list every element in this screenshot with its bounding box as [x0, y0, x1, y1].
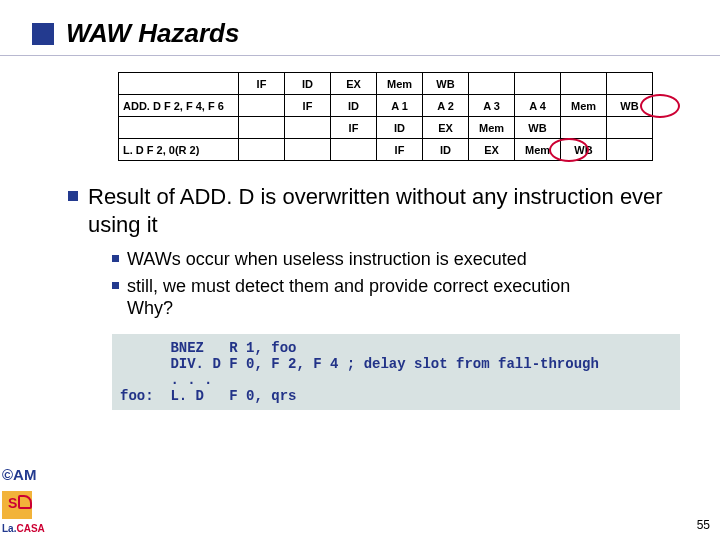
table-row: IF ID EX Mem WB	[119, 73, 653, 95]
copyright-badge: ©AM	[2, 466, 52, 483]
cell: ID	[423, 139, 469, 161]
cell: IF	[239, 73, 285, 95]
cell: EX	[423, 117, 469, 139]
cell	[561, 117, 607, 139]
cell	[607, 117, 653, 139]
bullet-square-icon	[112, 255, 119, 262]
row-label: ADD. D F 2, F 4, F 6	[119, 95, 239, 117]
footer-badges: ©AM La.CASA	[2, 466, 52, 534]
row-label	[119, 117, 239, 139]
page-number: 55	[697, 518, 710, 532]
cell: Mem	[377, 73, 423, 95]
title-block-icon	[32, 23, 54, 45]
cell: A 3	[469, 95, 515, 117]
cell: ID	[285, 73, 331, 95]
table-row: ADD. D F 2, F 4, F 6 IF ID A 1 A 2 A 3 A…	[119, 95, 653, 117]
cell: A 4	[515, 95, 561, 117]
cell	[285, 117, 331, 139]
cell: A 1	[377, 95, 423, 117]
list-item: WAWs occur when useless instruction is e…	[112, 248, 680, 271]
main-bullet: Result of ADD. D is overwritten without …	[68, 183, 680, 238]
cell	[469, 73, 515, 95]
cell	[607, 139, 653, 161]
cell	[515, 73, 561, 95]
cell: Mem	[561, 95, 607, 117]
cell: Mem	[469, 117, 515, 139]
cell: WB	[423, 73, 469, 95]
cell	[239, 117, 285, 139]
cell	[607, 73, 653, 95]
cell: IF	[377, 139, 423, 161]
cell	[239, 139, 285, 161]
content-area: IF ID EX Mem WB ADD. D F 2, F 4, F 6 IF …	[0, 56, 720, 410]
cell: IF	[285, 95, 331, 117]
lab-la: La.	[2, 523, 16, 534]
table-row: IF ID EX Mem WB	[119, 117, 653, 139]
cell	[331, 139, 377, 161]
cell: WB	[515, 117, 561, 139]
cell: EX	[331, 73, 377, 95]
lab-logo-icon	[2, 491, 32, 519]
pipeline-wrap: IF ID EX Mem WB ADD. D F 2, F 4, F 6 IF …	[64, 72, 680, 161]
sub-bullet-text: WAWs occur when useless instruction is e…	[127, 248, 527, 271]
code-block: BNEZ R 1, foo DIV. D F 0, F 2, F 4 ; del…	[112, 334, 680, 410]
sub-bullet-list: WAWs occur when useless instruction is e…	[112, 248, 680, 320]
row-label	[119, 73, 239, 95]
title-bar: WAW Hazards	[0, 0, 720, 56]
main-bullet-text: Result of ADD. D is overwritten without …	[88, 183, 680, 238]
slide-title: WAW Hazards	[66, 18, 239, 49]
cell: EX	[469, 139, 515, 161]
bullet-square-icon	[112, 282, 119, 289]
circle-mark-icon	[640, 94, 680, 118]
sub-bullet-text: still, we must detect them and provide c…	[127, 275, 570, 320]
cell	[285, 139, 331, 161]
lab-label: La.CASA	[2, 523, 52, 534]
cell	[239, 95, 285, 117]
bullet-square-icon	[68, 191, 78, 201]
cell: A 2	[423, 95, 469, 117]
row-label: L. D F 2, 0(R 2)	[119, 139, 239, 161]
circle-mark-icon	[549, 138, 589, 162]
cell	[561, 73, 607, 95]
lab-casa: CASA	[16, 523, 44, 534]
cell: ID	[331, 95, 377, 117]
cell: IF	[331, 117, 377, 139]
cell: ID	[377, 117, 423, 139]
list-item: still, we must detect them and provide c…	[112, 275, 680, 320]
